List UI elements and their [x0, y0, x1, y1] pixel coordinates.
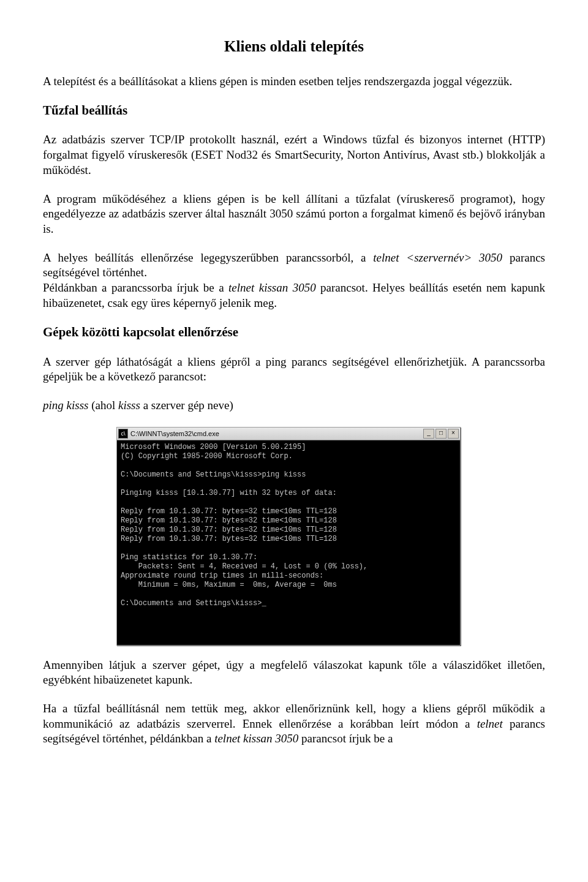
- paragraph-last: Ha a tűzfal beállításnál nem tettük meg,…: [43, 701, 545, 747]
- minimize-button[interactable]: _: [423, 429, 434, 439]
- text-fragment: Ha a tűzfal beállításnál nem tettük meg,…: [43, 702, 545, 730]
- text-fragment: Példánkban a parancssorba írjuk be a: [43, 281, 228, 294]
- paragraph-firewall-1: Az adatbázis szerver TCP/IP protokollt h…: [43, 132, 545, 178]
- command-italic: telnet kissan 3050: [228, 281, 316, 294]
- heading-firewall: Tűzfal beállítás: [43, 102, 545, 119]
- cmd-title-text: C:\WINNT\system32\cmd.exe: [130, 429, 423, 438]
- text-fragment: a szerver gép neve): [140, 399, 233, 412]
- page-title: Kliens oldali telepítés: [43, 37, 545, 57]
- command-italic: telnet: [477, 717, 503, 730]
- maximize-button[interactable]: □: [435, 429, 447, 439]
- command-italic: ping kisss: [43, 399, 88, 412]
- cmd-titlebar: c\ C:\WINNT\system32\cmd.exe _ □ ×: [117, 428, 460, 440]
- command-prompt-window: c\ C:\WINNT\system32\cmd.exe _ □ × Micro…: [116, 427, 461, 646]
- close-button[interactable]: ×: [448, 429, 459, 439]
- paragraph-firewall-2: A program működéséhez a kliens gépen is …: [43, 192, 545, 237]
- paragraph-firewall-3: A helyes beállítás ellenőrzése legegysze…: [43, 251, 545, 311]
- paragraph-after-cmd: Amennyiben látjuk a szerver gépet, úgy a…: [43, 658, 545, 688]
- paragraph-ping-command: ping kisss (ahol kisss a szerver gép nev…: [43, 398, 545, 413]
- command-italic: telnet <szervernév> 3050: [373, 251, 502, 264]
- text-fragment: parancsot írjuk be a: [298, 732, 393, 745]
- text-fragment: A helyes beállítás ellenőrzése legegysze…: [43, 251, 373, 264]
- text-fragment: (ahol: [88, 399, 118, 412]
- heading-connection-check: Gépek közötti kapcsolat ellenőrzése: [43, 324, 545, 341]
- intro-paragraph: A telepítést és a beállításokat a kliens…: [43, 74, 545, 89]
- cmd-icon: c\: [118, 429, 128, 439]
- paragraph-connection-1: A szerver gép láthatóságát a kliens gépr…: [43, 355, 545, 385]
- command-italic: telnet kissan 3050: [214, 732, 298, 745]
- cmd-window-buttons: _ □ ×: [423, 429, 459, 439]
- cmd-output: Microsoft Windows 2000 [Version 5.00.219…: [117, 440, 460, 645]
- server-name-italic: kisss: [118, 399, 140, 412]
